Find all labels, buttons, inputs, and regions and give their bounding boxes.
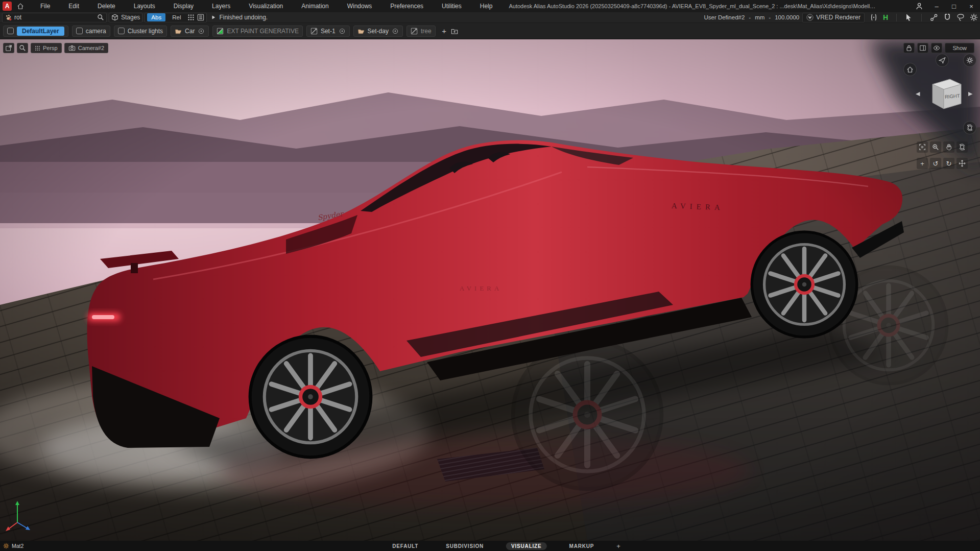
- menu-edit[interactable]: Edit: [59, 0, 88, 12]
- settings-gear-icon[interactable]: [970, 13, 978, 21]
- menu-visualization[interactable]: Visualization: [240, 0, 292, 12]
- vred-icon: [806, 14, 814, 21]
- menu-delete[interactable]: Delete: [88, 0, 125, 12]
- rotate-view-right-arrow[interactable]: ▶: [968, 90, 972, 97]
- pen-swatch-icon: [411, 28, 418, 35]
- view-search-button[interactable]: [17, 43, 28, 53]
- stages-cube-icon: [111, 14, 118, 21]
- home-icon[interactable]: [15, 2, 26, 11]
- layer-set-1[interactable]: Set-1: [306, 26, 350, 37]
- fit-view-button[interactable]: [917, 141, 928, 153]
- layer-cluster-lights[interactable]: Cluster lights: [114, 26, 167, 37]
- menu-windows[interactable]: Windows: [338, 0, 381, 12]
- parentheses-icon[interactable]: [870, 13, 878, 21]
- menu-utilities[interactable]: Utilities: [433, 0, 471, 12]
- nav-orbit-button[interactable]: [963, 121, 976, 134]
- maximize-button[interactable]: □: [945, 0, 963, 12]
- abs-toggle[interactable]: Abs: [147, 13, 165, 21]
- layer-checkbox[interactable]: [76, 28, 83, 34]
- pan-tool-button[interactable]: [943, 141, 954, 153]
- tab-markup[interactable]: MARKUP: [564, 542, 600, 550]
- viewport-canvas[interactable]: AVIERA Spyder AVIERA: [0, 39, 980, 541]
- scale-value[interactable]: 100.0000: [775, 14, 799, 20]
- shader-swatch-icon: [217, 28, 224, 35]
- zoom-tool-button[interactable]: [930, 141, 941, 153]
- move-view-button[interactable]: [957, 158, 968, 169]
- node-link-icon[interactable]: [930, 13, 938, 21]
- pen-swatch-icon: [310, 28, 318, 35]
- folder-icon: [175, 28, 182, 35]
- split-pane-button[interactable]: [917, 43, 928, 53]
- search-icon[interactable]: [97, 14, 104, 21]
- layer-checkbox[interactable]: [118, 28, 125, 34]
- add-view-button[interactable]: +: [917, 158, 928, 169]
- menu-help[interactable]: Help: [471, 0, 502, 12]
- tab-visualize[interactable]: VISUALIZE: [506, 542, 546, 550]
- layer-car[interactable]: Car: [171, 26, 209, 37]
- viewport[interactable]: AVIERA Spyder AVIERA Persp Camera#2: [0, 39, 980, 541]
- construction-preset[interactable]: User Defined#2: [704, 14, 745, 20]
- layer-ext-paint-generative[interactable]: EXT PAINT GENERATIVE: [212, 26, 302, 37]
- units-value[interactable]: mm: [755, 14, 764, 20]
- viewport-toolbar: Persp Camera#2 Show: [0, 42, 980, 54]
- vred-renderer-button[interactable]: VRED Renderer: [802, 13, 865, 22]
- history-toggle[interactable]: H: [883, 13, 888, 21]
- layout-grid-icon: [35, 45, 40, 51]
- tab-subdivision[interactable]: SUBDIVISION: [441, 542, 489, 550]
- menu-layers[interactable]: Layers: [203, 0, 240, 12]
- prompt-value: rot: [14, 14, 94, 21]
- rotate-view-left-arrow[interactable]: ◀: [916, 90, 920, 97]
- show-menu-button[interactable]: Show: [945, 43, 974, 53]
- construction-list-icon[interactable]: [197, 14, 204, 21]
- promptline-expand-icon[interactable]: [211, 15, 216, 20]
- nav-settings-button[interactable]: [963, 54, 976, 67]
- lasso-pick-icon[interactable]: [957, 13, 965, 21]
- menu-file[interactable]: File: [31, 0, 59, 12]
- pick-cursor-icon[interactable]: [905, 13, 913, 21]
- alias-app-icon[interactable]: A: [3, 2, 12, 11]
- zoom-target-icon[interactable]: [198, 28, 205, 35]
- lock-view-button[interactable]: [903, 43, 915, 53]
- tear-off-view-button[interactable]: [3, 43, 14, 53]
- grid-snap-icon[interactable]: [187, 14, 195, 21]
- undo-view-button[interactable]: ↺: [930, 158, 941, 169]
- camera-view-button[interactable]: Camera#2: [64, 43, 108, 53]
- menu-preferences[interactable]: Preferences: [381, 0, 433, 12]
- prompt-field[interactable]: rot: [2, 13, 107, 22]
- magnet-snap-icon[interactable]: [943, 13, 951, 21]
- menu-animation[interactable]: Animation: [292, 0, 338, 12]
- zoom-target-icon[interactable]: [392, 28, 399, 35]
- layer-camera[interactable]: camera: [72, 26, 110, 37]
- add-mode-tab-button[interactable]: +: [616, 542, 620, 550]
- camera-icon: [68, 44, 76, 52]
- material-indicator[interactable]: Mat2: [3, 543, 23, 549]
- new-layer-folder-button[interactable]: [449, 26, 460, 36]
- layer-checkbox[interactable]: [7, 28, 14, 34]
- user-account-icon[interactable]: [911, 0, 928, 12]
- zoom-target-icon[interactable]: [339, 28, 346, 35]
- window-title: Autodesk Alias AutoStudio 2026 (20250325…: [509, 3, 876, 9]
- viewcube-face-label[interactable]: RIGHT: [945, 93, 960, 100]
- orbit-tool-button[interactable]: [957, 141, 968, 153]
- share-view-button[interactable]: [936, 54, 949, 67]
- rel-toggle[interactable]: Rel: [168, 13, 185, 21]
- stages-button[interactable]: Stages: [109, 13, 142, 22]
- menu-display[interactable]: Display: [164, 0, 203, 12]
- units-readout: User Defined#2 - mm - 100.0000: [704, 14, 799, 20]
- layer-label-active[interactable]: DefaultLayer: [17, 27, 64, 36]
- close-button[interactable]: ×: [963, 0, 980, 12]
- layer-defaultlayer[interactable]: DefaultLayer: [3, 26, 68, 37]
- menu-layouts[interactable]: Layouts: [125, 0, 164, 12]
- layer-tree[interactable]: tree: [407, 26, 436, 37]
- view-cube[interactable]: RIGHT: [925, 73, 965, 114]
- minimize-button[interactable]: –: [928, 0, 945, 12]
- visibility-button[interactable]: [931, 43, 942, 53]
- scene-vignette: [0, 39, 980, 541]
- home-view-button[interactable]: [903, 63, 917, 76]
- perspective-view-button[interactable]: Persp: [31, 43, 62, 53]
- title-bar: A File Edit Delete Layouts Display Layer…: [0, 0, 980, 12]
- tab-default[interactable]: DEFAULT: [387, 542, 423, 550]
- add-layer-button[interactable]: +: [439, 26, 449, 36]
- layer-set-day[interactable]: Set-day: [353, 26, 403, 37]
- redo-view-button[interactable]: ↻: [943, 158, 954, 169]
